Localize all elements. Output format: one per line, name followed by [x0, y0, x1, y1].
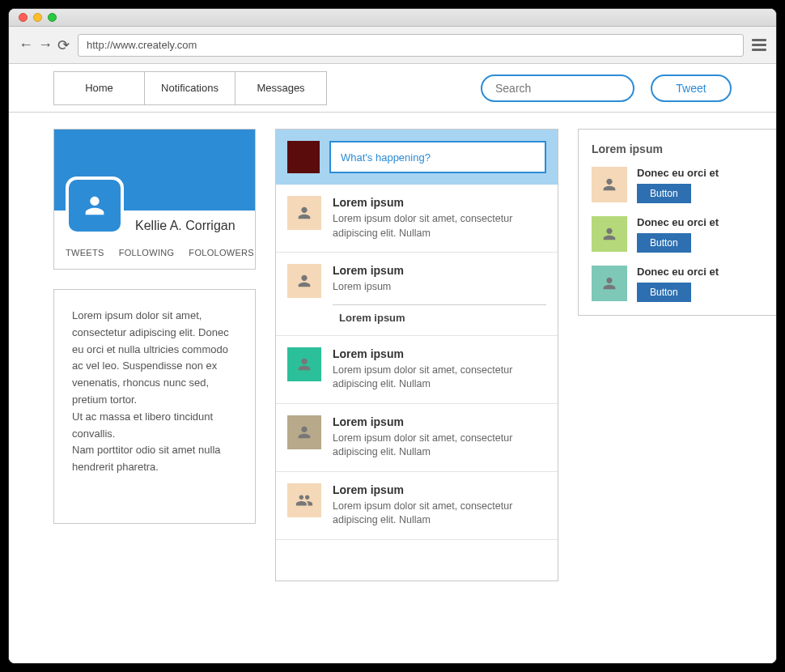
feed-text: Lorem ipsum dolor sit amet, consectetur …: [333, 364, 546, 392]
feed-item[interactable]: Lorem ipsum Lorem ipsum Lorem ipsum: [276, 253, 558, 336]
feed-blank: [276, 540, 558, 581]
stat-tweets[interactable]: TWEETS: [66, 248, 104, 257]
bio-card: Lorem ipsum dolor sit amet, consectetur …: [53, 289, 256, 524]
suggestion-avatar: [592, 266, 627, 301]
feed-column: What's happening? Lorem ipsum Lorem ipsu…: [275, 129, 558, 581]
stat-following[interactable]: FOLLOWING: [119, 248, 175, 257]
feed-avatar: [287, 415, 321, 449]
back-icon[interactable]: ←: [19, 36, 33, 54]
person-icon: [600, 225, 618, 243]
person-icon: [600, 176, 618, 194]
person-icon: [295, 272, 313, 290]
suggestion-name: Donec eu orci et: [637, 216, 766, 228]
suggestion-name: Donec eu orci et: [637, 266, 766, 278]
suggestion-item: Donec eu orci et Button: [592, 167, 766, 203]
follow-button[interactable]: Button: [637, 184, 691, 203]
person-icon: [295, 204, 313, 222]
feed-text: Lorem ipsum dolor sit amet, consectetur …: [333, 212, 546, 240]
page: Home Notifications Messages Search Tweet…: [9, 64, 776, 663]
compose-input[interactable]: What's happening?: [329, 141, 546, 173]
minimize-window-icon[interactable]: [33, 13, 42, 22]
browser-window: ← → ⟳ http://www.creately.com Home Notif…: [8, 8, 777, 664]
suggestions-card: Lorem ipsum Donec eu orci et Button: [578, 129, 776, 316]
tab-messages[interactable]: Messages: [236, 72, 326, 104]
menu-icon[interactable]: [752, 39, 766, 51]
nav-controls: ← → ⟳: [19, 36, 70, 54]
profile-cover: [54, 130, 255, 211]
feed-text: Lorem ipsum: [333, 280, 546, 295]
window-titlebar: [9, 9, 776, 27]
top-nav: Home Notifications Messages Search Tweet: [9, 64, 776, 113]
profile-card: Kellie A. Corrigan TWEETS FOLLOWING FOLO…: [53, 129, 256, 270]
feed-avatar: [287, 264, 321, 298]
close-window-icon[interactable]: [19, 13, 28, 22]
right-column: Lorem ipsum Donec eu orci et Button: [578, 129, 776, 581]
person-icon: [600, 274, 618, 292]
suggestion-item: Donec eu orci et Button: [592, 216, 766, 253]
person-icon: [295, 355, 313, 373]
stat-followers[interactable]: FOLOLOWERS: [189, 248, 254, 257]
url-input[interactable]: http://www.creately.com: [78, 34, 744, 57]
follow-button[interactable]: Button: [637, 233, 691, 253]
feed-list: Lorem ipsum Lorem ipsum dolor sit amet, …: [276, 185, 558, 581]
search-input[interactable]: Search: [481, 74, 634, 102]
group-icon: [295, 491, 313, 509]
feed-text: Lorem ipsum dolor sit amet, consectetur …: [333, 432, 546, 460]
suggestion-name: Donec eu orci et: [637, 167, 766, 179]
tab-home[interactable]: Home: [54, 72, 145, 104]
feed-avatar: [287, 483, 321, 517]
left-column: Kellie A. Corrigan TWEETS FOLLOWING FOLO…: [53, 129, 256, 581]
feed-avatar: [287, 196, 321, 230]
forward-icon[interactable]: →: [38, 36, 53, 54]
browser-toolbar: ← → ⟳ http://www.creately.com: [9, 27, 776, 64]
feed-title: Lorem ipsum: [333, 196, 546, 209]
tab-notifications[interactable]: Notifications: [145, 72, 236, 104]
feed-item[interactable]: Lorem ipsum Lorem ipsum dolor sit amet, …: [276, 185, 558, 253]
suggestion-avatar: [592, 216, 627, 252]
feed-title: Lorem ipsum: [333, 483, 546, 496]
maximize-window-icon[interactable]: [48, 13, 57, 22]
feed-extra: Lorem ipsum: [339, 312, 546, 324]
feed-title: Lorem ipsum: [333, 264, 546, 277]
profile-avatar[interactable]: [66, 177, 124, 235]
feed-avatar: [287, 347, 321, 381]
suggestion-item: Donec eu orci et Button: [592, 266, 766, 302]
profile-stats: TWEETS FOLLOWING FOLOLOWERS: [54, 240, 255, 269]
suggestions-title: Lorem ipsum: [592, 142, 766, 155]
feed-title: Lorem ipsum: [333, 347, 546, 360]
follow-button[interactable]: Button: [637, 283, 691, 302]
feed-item[interactable]: Lorem ipsum Lorem ipsum dolor sit amet, …: [276, 472, 558, 540]
compose-avatar: [287, 141, 320, 173]
compose-box: What's happening?: [276, 130, 558, 185]
feed-item[interactable]: Lorem ipsum Lorem ipsum dolor sit amet, …: [276, 336, 558, 404]
tweet-button[interactable]: Tweet: [651, 74, 732, 102]
nav-tabs: Home Notifications Messages: [53, 71, 327, 105]
reload-icon[interactable]: ⟳: [57, 36, 70, 54]
suggestion-avatar: [592, 167, 627, 202]
feed-text: Lorem ipsum dolor sit amet, consectetur …: [333, 500, 546, 528]
divider: [333, 304, 546, 305]
feed-title: Lorem ipsum: [333, 415, 546, 428]
content-grid: Kellie A. Corrigan TWEETS FOLLOWING FOLO…: [9, 113, 776, 598]
feed-item[interactable]: Lorem ipsum Lorem ipsum dolor sit amet, …: [276, 404, 558, 472]
person-icon: [295, 423, 313, 441]
person-icon: [81, 192, 108, 219]
